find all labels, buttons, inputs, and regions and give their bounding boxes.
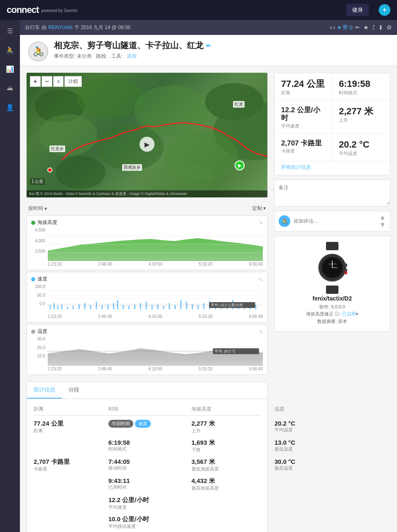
elev-x-0: 1:23:20 <box>48 262 61 266</box>
elevation-expand[interactable]: ⤡ <box>259 220 263 226</box>
row4-time-val: 9:43:11 <box>108 477 191 484</box>
activity-title-text: 相克宗、剪子弯山隧道、卡子拉山、红龙 <box>54 40 203 51</box>
custom-label: 定制 <box>252 205 262 211</box>
elevation-y-4500: 4,500 <box>31 228 45 232</box>
row1-time-badges: 半回时间 速度 <box>108 420 191 428</box>
row6-time: 10.0 公里/小时 平均移动速度 <box>108 515 191 530</box>
svg-rect-75 <box>345 271 347 274</box>
speed-expand[interactable]: ⤡ <box>259 276 263 282</box>
time-dropdown[interactable]: 按时间 ▾ <box>28 205 47 212</box>
badge-speed[interactable]: 速度 <box>135 420 151 428</box>
share-icon[interactable]: ⤴ <box>372 24 375 31</box>
time-dropdown-label: 按时间 <box>28 205 43 212</box>
temp-y-20: 20.0 <box>31 345 45 350</box>
zoom-out-button[interactable]: − <box>42 76 52 87</box>
row3-elev: 3,567 米 最低海拔高度 <box>191 458 274 472</box>
measure-button[interactable]: 计程 <box>64 76 82 87</box>
badge-half-time[interactable]: 半回时间 <box>108 420 133 428</box>
next-chevron[interactable]: › <box>333 24 335 31</box>
stat-calories-val: 2,707 卡路里 <box>281 140 325 148</box>
stat-calories: 2,707 卡路里 卡路里 <box>274 134 332 161</box>
start-marker <box>47 167 52 172</box>
row4-elev: 4,432 米 最高海拔高度 <box>191 477 274 491</box>
svg-text:平均: 12.2 公里/小时: 平均: 12.2 公里/小时 <box>211 303 243 307</box>
svg-rect-22 <box>73 306 74 309</box>
breadcrumb: 自行车 由 RENYUAN 于 2016 九月 14 @ 08:06 <box>25 24 327 31</box>
map-controls: + − ≡ 计程 <box>30 76 82 87</box>
logo: connect powered by Garmin <box>7 5 78 15</box>
row3-elev-sub: 最低海拔高度 <box>191 466 274 472</box>
sidebar-cycling-icon[interactable]: 🚴 <box>3 43 17 57</box>
elevation-chart-header: 海拔高度 ⤡ <box>31 219 263 226</box>
settings-icon[interactable]: ⚙ <box>387 24 392 31</box>
elevation-label-text: 海拔高度 <box>37 219 57 226</box>
row1-elev: 2,277 米 上升 <box>191 420 274 434</box>
comment-expand-icon[interactable]: ▲▼ <box>379 214 386 229</box>
svg-rect-42 <box>186 302 187 309</box>
elevation-label: 海拔高度 <box>31 219 57 226</box>
speed-y-100: 100.0 <box>31 284 45 289</box>
speed-x-labels: 1:23:20 2:46:40 4:10:00 5:33:20 6:56:40 <box>31 314 263 319</box>
row4-elev-val: 4,432 米 <box>191 477 274 485</box>
fitness-button[interactable]: 健身 <box>346 4 369 16</box>
stat-time: 6:19:58 时间格式 <box>332 73 390 101</box>
event-type-label[interactable]: 事件类型: 未分类 <box>54 53 92 60</box>
svg-rect-44 <box>198 305 199 309</box>
svg-rect-29 <box>113 303 114 309</box>
row2-temp-sub: 最低温度 <box>274 446 349 452</box>
like-button[interactable]: ♥ 赞 0 <box>338 24 353 31</box>
stat-distance-val: 77.24 公里 <box>281 79 325 89</box>
add-tools-link[interactable]: 添加 <box>127 53 137 60</box>
end-marker: ▶ <box>235 160 245 170</box>
table-row: 12.2 公里/小时 平均速度 <box>34 493 260 512</box>
row2-time: 6:19:58 时间格式 <box>108 439 191 452</box>
speed-x-4: 6:56:40 <box>249 314 263 319</box>
elevation-x-labels: 1:23:20 2:46:40 4:10:00 5:33:20 6:56:40 <box>31 262 263 266</box>
tools-label: 工具: <box>111 53 123 60</box>
tab-segments[interactable]: 分段 <box>62 382 86 399</box>
speed-label: 速度 <box>31 276 47 283</box>
device-elevation-status[interactable]: 已启用 <box>342 311 356 316</box>
stat-elevation-label: 上升 <box>339 117 383 123</box>
stats-table: 距离 时间 海拔高度 温度 77.24 公里 距离 <box>27 399 267 532</box>
zoom-in-button[interactable]: + <box>30 76 41 87</box>
row2-temp-val: 13.0 °C <box>274 439 349 446</box>
prev-chevron[interactable]: ‹ <box>330 24 332 31</box>
title-edit-icon[interactable]: ✏ <box>206 42 211 49</box>
svg-rect-73 <box>345 264 347 267</box>
layers-button[interactable]: ≡ <box>53 76 64 87</box>
export-icon[interactable]: ⬇ <box>378 24 383 31</box>
comment-input[interactable] <box>294 218 376 224</box>
custom-button[interactable]: 定制 ▾ <box>252 205 266 212</box>
svg-rect-40 <box>174 305 176 309</box>
add-button[interactable]: + <box>379 4 390 16</box>
activity-actions: ✏ ★ ⤴ ⬇ ⚙ <box>355 24 392 31</box>
row1-elev-sub: 上升 <box>191 428 274 434</box>
like-label: 赞 <box>343 24 348 31</box>
sidebar-chart-icon[interactable]: 📊 <box>3 62 17 76</box>
notes-textarea[interactable] <box>274 180 390 205</box>
speed-chart: 平均: 12.2 公里/小时 <box>48 284 263 313</box>
tab-statistics[interactable]: 统计信息 <box>27 382 62 399</box>
all-stats-link[interactable]: 所有统计信息 <box>274 161 390 175</box>
breadcrumb-user[interactable]: RENYUAN <box>48 25 73 30</box>
svg-rect-54 <box>255 305 257 309</box>
sidebar-menu-icon[interactable]: ☰ <box>3 24 17 37</box>
edit-icon[interactable]: ✏ <box>355 24 360 31</box>
sidebar-mountains-icon[interactable]: ⛰ <box>3 81 17 95</box>
star-icon[interactable]: ★ <box>363 24 369 31</box>
map-background <box>27 73 267 197</box>
map-container[interactable]: + − ≡ 计程 红龙 红龙乡 西俄洛乡 ▶ ▶ 1 公里 Bai 图 © 20… <box>27 73 267 197</box>
table-row: 10.0 公里/小时 平均移动速度 <box>34 512 260 531</box>
route-label[interactable]: 路线: <box>96 53 107 60</box>
temp-expand[interactable]: ⤡ <box>259 329 263 335</box>
playback-button[interactable]: ▶ <box>140 137 154 152</box>
temp-x-2: 4:10:00 <box>148 367 162 371</box>
row2-elev-sub: 下降 <box>191 447 274 453</box>
left-col: + − ≡ 计程 红龙 红龙乡 西俄洛乡 ▶ ▶ 1 公里 Bai 图 © 20… <box>27 73 267 532</box>
elev-x-4: 6:56:40 <box>249 262 263 266</box>
row3-dist: 2,707 卡路里 卡路里 <box>34 458 108 472</box>
svg-rect-39 <box>169 303 170 309</box>
row3-time-val: 7:44:05 <box>108 458 191 465</box>
sidebar-person-icon[interactable]: 👤 <box>3 101 17 114</box>
